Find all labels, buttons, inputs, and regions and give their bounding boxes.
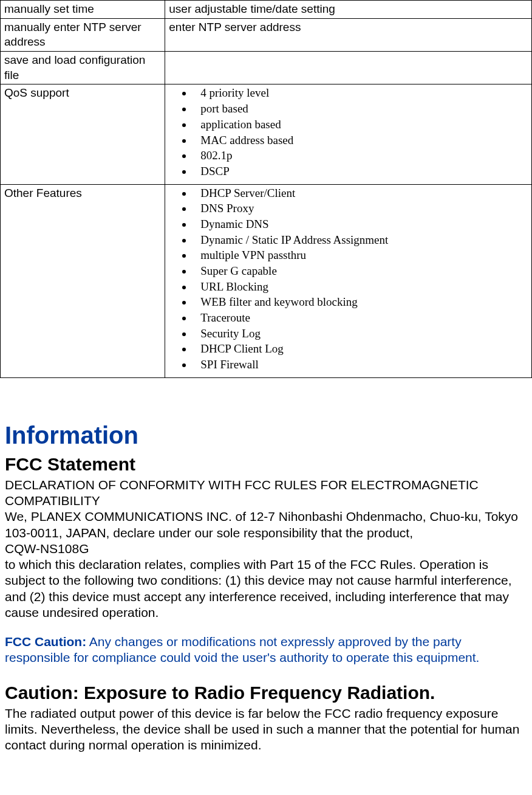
feature-name: manually set time [1, 1, 165, 19]
rf-caution-text: The radiated output power of this device… [5, 706, 527, 754]
feature-description [165, 52, 532, 84]
list-item: SPI Firewall [193, 357, 528, 373]
table-row: save and load configuration file [1, 52, 532, 84]
fcc-caution-label: FCC Caution: [5, 635, 86, 649]
model-number: CQW-NS108G [5, 541, 527, 557]
list-item: Super G capable [193, 264, 528, 279]
table-row: Other FeaturesDHCP Server/ClientDNS Prox… [1, 184, 532, 377]
declaration-compliance: to which this declaration relates, compl… [5, 557, 527, 621]
feature-name: save and load configuration file [1, 52, 165, 84]
declaration-conformity: DECLARATION OF CONFORMITY WITH FCC RULES… [5, 477, 527, 509]
fcc-caution: FCC Caution: Any changes or modification… [5, 634, 527, 666]
list-item: Dynamic DNS [193, 217, 528, 232]
table-row: manually enter NTP server addressenter N… [1, 18, 532, 51]
list-item: port based [193, 102, 528, 117]
rf-caution-heading: Caution: Exposure to Radio Frequency Rad… [5, 681, 527, 704]
list-item: URL Blocking [193, 280, 528, 295]
list-item: 802.1p [193, 148, 528, 163]
list-item: MAC address based [193, 133, 528, 148]
fcc-statement-heading: FCC Statement [5, 452, 527, 476]
feature-list: 4 priority levelport basedapplication ba… [169, 86, 528, 179]
list-item: 4 priority level [193, 86, 528, 101]
list-item: DNS Proxy [193, 201, 528, 216]
table-row: manually set timeuser adjustable time/da… [1, 1, 532, 19]
list-item: Traceroute [193, 311, 528, 326]
spec-table: manually set timeuser adjustable time/da… [0, 0, 532, 378]
feature-description: enter NTP server address [165, 18, 532, 51]
list-item: Dynamic / Static IP Address Assignment [193, 233, 528, 248]
table-row: QoS support4 priority levelport basedapp… [1, 84, 532, 184]
feature-name: Other Features [1, 184, 165, 377]
list-item: multiple VPN passthru [193, 248, 528, 263]
list-item: Security Log [193, 326, 528, 342]
list-item: WEB filter and keyword blocking [193, 295, 528, 310]
information-heading: Information [5, 419, 527, 451]
feature-description: DHCP Server/ClientDNS ProxyDynamic DNSDy… [165, 184, 532, 377]
feature-description: 4 priority levelport basedapplication ba… [165, 84, 532, 184]
list-item: DSCP [193, 164, 528, 179]
feature-name: QoS support [1, 84, 165, 184]
feature-list: DHCP Server/ClientDNS ProxyDynamic DNSDy… [169, 186, 528, 373]
list-item: DHCP Server/Client [193, 186, 528, 201]
feature-description: user adjustable time/date setting [165, 1, 532, 19]
declaration-company: We, PLANEX COMMUNICATIONS INC. of 12-7 N… [5, 509, 527, 541]
list-item: DHCP Client Log [193, 342, 528, 357]
list-item: application based [193, 117, 528, 132]
feature-name: manually enter NTP server address [1, 18, 165, 51]
